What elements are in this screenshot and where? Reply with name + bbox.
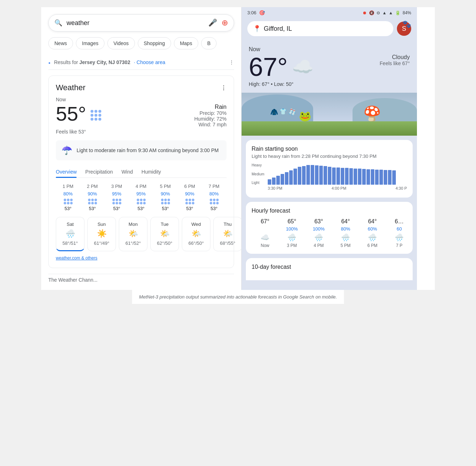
phone-rain-alert-title: Rain starting soon xyxy=(252,146,407,152)
tab-overview[interactable]: Overview xyxy=(56,166,77,178)
precip-bar xyxy=(358,169,361,185)
weather-main: Now 67° ☁️ Cloudy Feels like 67° High: 6… xyxy=(242,40,417,93)
precip-bar xyxy=(293,169,297,185)
precip-labels-y: Heavy Medium Light xyxy=(252,163,264,185)
main-temp-row: 67° ☁️ Cloudy Feels like 67° xyxy=(249,54,410,80)
phone-feels-like: Feels like 67° xyxy=(380,60,410,66)
main-container: 🔍 🎤 ⊕ News Images Videos Shopping Maps B… xyxy=(41,7,435,290)
hour-dots xyxy=(112,199,121,204)
filter-tab-videos[interactable]: Videos xyxy=(107,37,135,49)
filter-tab-maps[interactable]: Maps xyxy=(174,37,198,49)
rec-icon: ⏺ xyxy=(363,10,367,15)
precip-bar xyxy=(268,179,271,185)
rain-icon xyxy=(91,110,101,121)
precip-bar xyxy=(281,174,284,185)
search-icon: 🔍 xyxy=(54,19,62,27)
current-temp-row: 55° Rain Precip: 70% Humidity: 72% Wind:… xyxy=(56,104,227,127)
day-wed: Wed 🌤️ 66°/50° xyxy=(182,217,210,251)
main-temp-left: 67° ☁️ xyxy=(249,54,314,80)
phone-rain-alert-card: Rain starting soon Light to heavy rain f… xyxy=(246,140,413,198)
temp-left: 55° xyxy=(56,104,101,124)
hour-col-8: 8 P 80 53 xyxy=(226,184,227,211)
precip-bar xyxy=(306,165,310,185)
location-prefix: Results for xyxy=(54,59,79,65)
filter-tab-shopping[interactable]: Shopping xyxy=(138,37,171,49)
high-low-label: High: 67° • Low: 50° xyxy=(249,81,410,87)
status-time: 3:06 xyxy=(247,10,256,15)
caption: MetNet-3 precipitation output summarized… xyxy=(132,290,344,304)
tab-humidity[interactable]: Humidity xyxy=(141,166,161,178)
weather-more-icon[interactable]: ⋮ xyxy=(221,84,227,91)
precip-bar xyxy=(332,168,336,185)
more-options-icon[interactable]: ⋮ xyxy=(229,59,234,65)
choose-area-link[interactable]: · Choose area xyxy=(134,59,165,65)
precip-bar xyxy=(371,169,374,185)
ten-day-title: 10-day forecast xyxy=(252,264,407,270)
daily-forecasts: Sat 🌧️ 58°/51° Sun ☀️ 61°/49° Mon 🌤️ 61°… xyxy=(56,217,227,251)
hourly-now: 67° - ☁️ Now xyxy=(252,218,278,248)
main-temp-right: Cloudy Feels like 67° xyxy=(380,54,410,66)
precip-bar xyxy=(362,169,366,185)
weather-heading: Weather xyxy=(56,83,86,92)
hourly-3pm: 65° 100% 🌧️ 3 PM xyxy=(278,218,305,248)
location-city: Jersey City, NJ 07302 xyxy=(79,59,130,65)
hour-col-6: 6 PM 90% 53° xyxy=(178,184,202,211)
precip-bar xyxy=(379,170,383,185)
weather-tabs: Overview Precipitation Wind Humidity xyxy=(56,166,227,178)
hourly-5pm: 64° 80% 🌧️ 5 PM xyxy=(332,218,359,248)
weather-illustration: 🧥 👕 🧦 🐸 🍄 xyxy=(242,93,417,136)
search-bar: 🔍 🎤 ⊕ xyxy=(48,14,234,31)
precip-bar xyxy=(392,170,396,185)
tab-wind[interactable]: Wind xyxy=(121,166,133,178)
left-panel: 🔍 🎤 ⊕ News Images Videos Shopping Maps B… xyxy=(41,7,242,290)
big-temperature: 55° xyxy=(56,104,86,124)
precip-bar xyxy=(324,166,327,185)
search-input[interactable] xyxy=(67,19,208,27)
hour-dots xyxy=(210,199,219,204)
day-sat: Sat 🌧️ 58°/51° xyxy=(56,217,84,251)
day-sun: Sun ☀️ 61°/49° xyxy=(87,217,116,251)
precip-bar xyxy=(298,167,301,185)
hourly-4pm: 63° 100% 🌧️ 4 PM xyxy=(305,218,332,248)
hourly-forecast-section: Hourly forecast 67° - ☁️ Now 65° 100% 🌧️… xyxy=(246,202,413,254)
precip-bar xyxy=(354,169,357,185)
phone-condition: Cloudy xyxy=(380,54,410,60)
phone-now-label: Now xyxy=(249,46,410,53)
tab-precipitation[interactable]: Precipitation xyxy=(85,166,113,178)
location-search-bar[interactable]: 📍 Gifford, IL xyxy=(247,21,393,36)
feels-like-label: Feels like 53° xyxy=(56,129,227,135)
filter-tab-news[interactable]: News xyxy=(48,37,73,49)
more-results: The Weather Chann... xyxy=(48,274,234,283)
precip-bar xyxy=(341,168,344,185)
weather-card-title: Weather ⋮ xyxy=(56,83,227,92)
mute-icon: 🔇 xyxy=(369,10,374,15)
phone-big-temp: 67° xyxy=(249,54,288,80)
status-right: ⏺ 🔇 ⊖ ▲ ▲ 🔋 84% xyxy=(363,10,411,15)
temp-right: Rain Precip: 70% Humidity: 72% Wind: 7 m… xyxy=(194,104,227,127)
mic-icon[interactable]: 🎤 xyxy=(208,18,217,28)
pin-icon: 📍 xyxy=(253,25,261,33)
precip-bar xyxy=(366,169,370,185)
battery-icon: 🔋 xyxy=(395,10,400,15)
precip-bar xyxy=(345,168,349,185)
precip-bar xyxy=(384,170,387,185)
lens-icon[interactable]: ⊕ xyxy=(222,18,228,28)
hour-dots xyxy=(161,199,170,204)
location-bar: ● Results for Jersey City, NJ 07302 · Ch… xyxy=(48,55,234,70)
filter-tab-more[interactable]: B xyxy=(201,37,217,49)
hour-dots xyxy=(137,199,146,204)
sources-link[interactable]: weather.com & others xyxy=(56,256,227,261)
hourly-title: Hourly forecast xyxy=(252,208,407,214)
character: 🐸 xyxy=(299,110,311,122)
signal-icon: ▲ xyxy=(389,10,393,15)
clothesline: 🧥 👕 🧦 xyxy=(270,108,296,116)
precip-label: Precip: 70% xyxy=(194,110,227,116)
filter-tab-images[interactable]: Images xyxy=(76,37,105,49)
ten-day-section: 10-day forecast xyxy=(246,258,413,280)
hour-col-3: 3 PM 95% 53° xyxy=(105,184,129,211)
hour-dots xyxy=(88,199,97,204)
paw-icon: 🐾 xyxy=(402,20,411,28)
hill-right xyxy=(353,98,417,123)
precip-bar xyxy=(328,167,331,185)
precip-bar xyxy=(388,170,392,185)
